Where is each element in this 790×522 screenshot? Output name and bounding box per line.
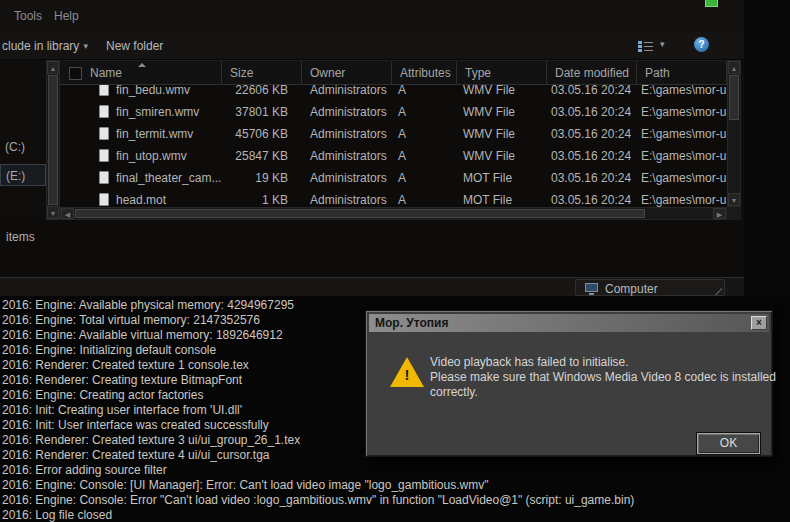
file-date-modified: 03.05.16 20:24 — [547, 85, 637, 101]
file-name-cell: fin_termit.wmv — [60, 123, 222, 145]
include-in-library-button[interactable]: clude in library — [2, 39, 88, 53]
file-name-cell: fin_bedu.wmv — [60, 85, 222, 101]
file-name: fin_termit.wmv — [116, 127, 193, 141]
table-row[interactable]: fin_smiren.wmv 37801 KB Administrators A… — [60, 101, 727, 123]
column-header-owner[interactable]: Owner — [302, 61, 392, 86]
table-row[interactable]: fin_utop.wmv 25847 KB Administrators A W… — [60, 145, 727, 167]
scrollbar-thumb[interactable] — [729, 75, 739, 120]
file-type: MOT File — [457, 189, 547, 207]
scroll-up-icon[interactable] — [728, 61, 740, 74]
file-icon — [99, 149, 109, 162]
table-row[interactable]: fin_termit.wmv 45706 KB Administrators A… — [60, 123, 727, 145]
file-owner: Administrators — [302, 101, 392, 123]
select-all-checkbox[interactable] — [69, 67, 82, 80]
new-folder-button[interactable]: New folder — [106, 39, 163, 53]
column-header-name[interactable]: Name — [60, 61, 222, 86]
file-size: 19 KB — [222, 167, 302, 189]
column-header-size[interactable]: Size — [222, 61, 302, 86]
tree-item-c-drive[interactable]: (C:) — [0, 136, 46, 158]
file-type: WMV File — [457, 101, 547, 123]
log-line: 2016: Renderer: Creating texture BitmapF… — [2, 373, 242, 387]
column-header-attributes[interactable]: Attributes — [392, 61, 457, 86]
log-line: 2016: Renderer: Created texture 1 consol… — [2, 358, 249, 372]
scrollbar-corner — [727, 207, 741, 220]
file-date-modified: 03.05.16 20:24 — [547, 101, 637, 123]
log-line: 2016: Error adding source filter — [2, 463, 167, 477]
command-bar: clude in library New folder ? — [0, 32, 744, 60]
file-attributes: A — [392, 101, 457, 123]
close-icon[interactable]: × — [751, 316, 767, 330]
file-size: 37801 KB — [222, 101, 302, 123]
status-location-panel: Computer — [575, 279, 725, 296]
dialog-title-bar[interactable]: Мор. Утопия × — [369, 314, 769, 332]
file-path: E:\games\mor-u — [637, 123, 727, 145]
scroll-left-icon[interactable] — [61, 208, 74, 219]
file-name-cell: final_theater_cam... — [60, 167, 222, 189]
column-header-type[interactable]: Type — [457, 61, 547, 86]
scrollbar-thumb[interactable] — [75, 209, 645, 218]
scroll-down-icon[interactable] — [47, 206, 59, 219]
scroll-up-icon[interactable] — [47, 61, 59, 74]
tree-item-e-drive[interactable]: (E:) — [0, 164, 46, 186]
table-row[interactable]: head.mot 1 KB Administrators A MOT File … — [60, 189, 727, 207]
ok-button[interactable]: OK — [697, 433, 760, 454]
horizontal-scrollbar[interactable] — [60, 207, 727, 220]
file-type: WMV File — [457, 145, 547, 167]
column-header-date-modified[interactable]: Date modified — [547, 61, 637, 86]
menu-help[interactable]: Help — [54, 9, 79, 23]
help-icon[interactable]: ? — [694, 37, 709, 52]
warning-exclamation: ! — [390, 366, 424, 383]
file-path: E:\games\mor-u — [637, 189, 727, 207]
green-window-button[interactable] — [705, 0, 718, 7]
file-type: MOT File — [457, 167, 547, 189]
log-line: 2016: Engine: Available physical memory:… — [2, 298, 294, 312]
log-line: 2016: Engine: Creating actor factories — [2, 388, 203, 402]
column-header-path[interactable]: Path — [637, 61, 727, 86]
resize-grip[interactable] — [710, 283, 722, 295]
file-icon — [99, 85, 109, 96]
table-row[interactable]: final_theater_cam... 19 KB Administrator… — [60, 167, 727, 189]
log-line: 2016: Init: Creating user interface from… — [2, 403, 242, 417]
file-list-scrollbar[interactable] — [727, 60, 741, 207]
table-row[interactable]: fin_bedu.wmv 22606 KB Administrators A W… — [60, 85, 727, 101]
menu-bar: Tools Help — [0, 0, 744, 32]
screen: Tools Help clude in library New folder ?… — [0, 0, 790, 522]
file-attributes: A — [392, 189, 457, 207]
file-icon — [99, 127, 109, 140]
file-size: 22606 KB — [222, 85, 302, 101]
file-name: fin_smiren.wmv — [116, 105, 199, 119]
file-path: E:\games\mor-u — [637, 145, 727, 167]
tree-scrollbar[interactable] — [46, 60, 60, 220]
file-name-cell: fin_utop.wmv — [60, 145, 222, 167]
file-attributes: A — [392, 145, 457, 167]
file-name-cell: fin_smiren.wmv — [60, 101, 222, 123]
folder-tree: (C:) (E:) — [0, 60, 46, 220]
explorer-window: Tools Help clude in library New folder ?… — [0, 0, 744, 296]
file-icon — [99, 105, 109, 118]
change-view-button[interactable] — [638, 38, 668, 55]
file-date-modified: 03.05.16 20:24 — [547, 145, 637, 167]
file-name: head.mot — [116, 193, 166, 207]
file-icon — [99, 171, 109, 184]
log-line: 2016: Renderer: Created texture 3 ui/ui_… — [2, 433, 300, 447]
status-bar: Computer — [0, 277, 744, 296]
file-icon — [99, 193, 109, 206]
file-attributes: A — [392, 167, 457, 189]
log-line: 2016: Engine: Console: Error "Can't load… — [2, 493, 634, 507]
error-dialog: Мор. Утопия × ! Video playback has faile… — [365, 310, 773, 457]
column-header-row: Name Size Owner Attributes Type Date mod… — [60, 60, 727, 85]
file-size: 45706 KB — [222, 123, 302, 145]
log-line: 2016: Init: User interface was created s… — [2, 418, 269, 432]
views-icon — [638, 40, 653, 52]
scrollbar-thumb[interactable] — [48, 75, 58, 205]
file-path: E:\games\mor-u — [637, 167, 727, 189]
menu-tools[interactable]: Tools — [14, 9, 42, 23]
file-name: fin_utop.wmv — [116, 149, 187, 163]
warning-icon: ! — [390, 357, 424, 387]
file-attributes: A — [392, 85, 457, 101]
file-list: fin_bedu.wmv 22606 KB Administrators A W… — [60, 85, 727, 207]
file-size: 25847 KB — [222, 145, 302, 167]
scroll-down-icon[interactable] — [728, 193, 740, 206]
scroll-right-icon[interactable] — [713, 208, 726, 219]
file-owner: Administrators — [302, 145, 392, 167]
